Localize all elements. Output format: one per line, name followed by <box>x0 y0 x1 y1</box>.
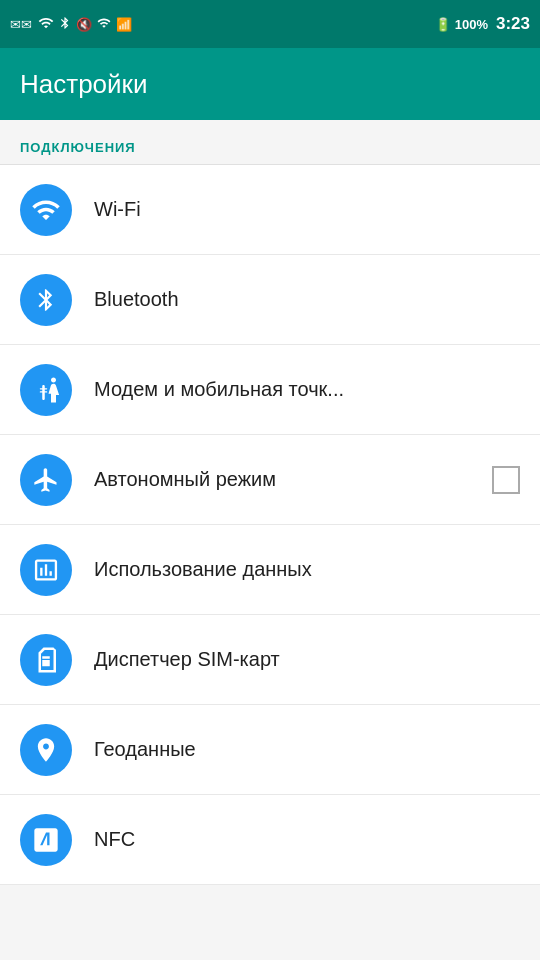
sim-item[interactable]: Диспетчер SIM-карт <box>0 615 540 705</box>
hotspot-label: Модем и мобильная точк... <box>94 378 520 401</box>
data-usage-item[interactable]: Использование данных <box>0 525 540 615</box>
connections-label: ПОДКЛЮЧЕНИЯ <box>20 140 136 155</box>
page-title: Настройки <box>20 69 148 100</box>
wifi-item[interactable]: Wi-Fi <box>0 165 540 255</box>
location-label: Геоданные <box>94 738 520 761</box>
battery-percent: 100% <box>455 17 488 32</box>
nfc-label: NFC <box>94 828 520 851</box>
status-bar: ✉✉ 🔇 📶 🔋 100% 3:23 <box>0 0 540 48</box>
airplane-icon-circle <box>20 454 72 506</box>
data-icon-circle <box>20 544 72 596</box>
sim-icon-circle <box>20 634 72 686</box>
battery-icon: 🔋 <box>435 17 451 32</box>
settings-list: Wi-Fi Bluetooth Модем и мобильная точк..… <box>0 165 540 885</box>
signal-bar-icon: 📶 <box>116 17 132 32</box>
mute-icon: 🔇 <box>76 17 92 32</box>
time-display: 3:23 <box>496 14 530 34</box>
airplane-label: Автономный режим <box>94 468 492 491</box>
airplane-item[interactable]: Автономный режим <box>0 435 540 525</box>
hotspot-icon-circle <box>20 364 72 416</box>
airplane-checkbox[interactable] <box>492 466 520 494</box>
wifi-label: Wi-Fi <box>94 198 520 221</box>
wifi-icon-circle <box>20 184 72 236</box>
hotspot-item[interactable]: Модем и мобильная точк... <box>0 345 540 435</box>
location-item[interactable]: Геоданные <box>0 705 540 795</box>
nfc-icon-circle <box>20 814 72 866</box>
app-bar: Настройки <box>0 48 540 120</box>
bluetooth-status-icon <box>58 15 72 34</box>
wifi-status-icon <box>96 16 112 33</box>
data-usage-label: Использование данных <box>94 558 520 581</box>
status-bar-right: 🔋 100% 3:23 <box>435 14 530 34</box>
signal-icons <box>38 15 54 34</box>
gmail-icon: ✉✉ <box>10 17 32 32</box>
connections-section-header: ПОДКЛЮЧЕНИЯ <box>0 120 540 164</box>
nfc-item[interactable]: NFC <box>0 795 540 885</box>
bluetooth-label: Bluetooth <box>94 288 520 311</box>
location-icon-circle <box>20 724 72 776</box>
bluetooth-item[interactable]: Bluetooth <box>0 255 540 345</box>
bluetooth-icon-circle <box>20 274 72 326</box>
sim-label: Диспетчер SIM-карт <box>94 648 520 671</box>
status-bar-left: ✉✉ 🔇 📶 <box>10 15 132 34</box>
